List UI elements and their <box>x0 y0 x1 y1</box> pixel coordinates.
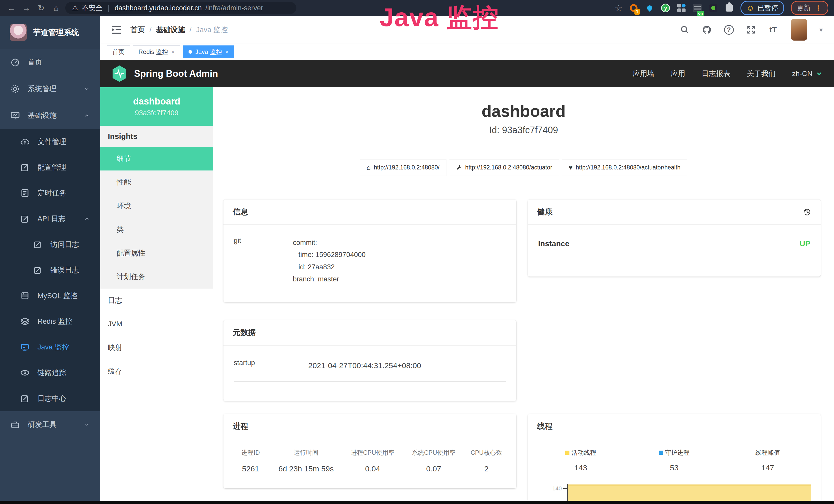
sba-menu-logs[interactable]: 日志 <box>100 289 213 312</box>
extension-icon-orange[interactable]: 1 <box>629 3 638 13</box>
sba-menu-jvm[interactable]: JVM <box>100 312 213 336</box>
sidebar-item-label: 文件管理 <box>38 137 90 146</box>
tab-label: Redis 监控 <box>138 48 168 56</box>
chevron-down-icon <box>84 86 90 92</box>
extension-icon-pin[interactable] <box>645 3 654 13</box>
system-cpu: 0.07 <box>403 464 464 473</box>
process-card: 进程 进程ID 运行时间 进程CPU使用率 系统CPU使用率 <box>223 414 516 488</box>
sidebar-item-dev-tools[interactable]: 研发工具 <box>0 411 100 438</box>
sba-menu-config-props[interactable]: 配置属性 <box>100 241 213 265</box>
tab-redis-monitor[interactable]: Redis 监控 × <box>133 45 180 58</box>
puzzle-icon <box>726 4 733 12</box>
user-caret-icon[interactable]: ▾ <box>819 26 823 34</box>
sidebar-item-api-logs[interactable]: API 日志 <box>0 206 100 232</box>
sidebar-logo-row[interactable]: 芋道管理系统 <box>0 16 100 49</box>
health-instance-row: Instance UP <box>538 239 810 257</box>
threads-card-header: 线程 <box>528 414 821 439</box>
sidebar-item-java-monitor[interactable]: Java 监控 <box>0 334 100 360</box>
metadata-value: 2021-04-27T00:44:31.254+08:00 <box>308 359 421 372</box>
history-icon[interactable] <box>803 208 811 216</box>
browser-home-button[interactable]: ⌂ <box>50 2 62 14</box>
metadata-card: 元数据 startup 2021-04-27T00:44:31.254+08:0… <box>223 320 516 401</box>
extension-icon-y[interactable]: y <box>661 3 670 13</box>
sba-nav-journal[interactable]: 日志报表 <box>702 69 730 78</box>
sidebar-item-redis-monitor[interactable]: Redis 监控 <box>0 308 100 334</box>
browser-update-button[interactable]: 更新 ⋮ <box>791 1 828 15</box>
gauge-icon <box>10 57 20 67</box>
security-label[interactable]: 不安全 <box>82 3 103 13</box>
browser-forward-button[interactable]: → <box>21 2 32 14</box>
github-button[interactable] <box>700 23 714 37</box>
url-path: /infra/admin-server <box>205 4 263 12</box>
question-icon: ? <box>724 25 734 35</box>
sba-menu-mappings[interactable]: 映射 <box>100 336 213 360</box>
grid-icon <box>677 4 685 12</box>
extensions-puzzle-button[interactable] <box>725 3 734 13</box>
sidebar-item-error-logs[interactable]: 错误日志 <box>0 257 100 283</box>
sidebar-item-scheduled-tasks[interactable]: 定时任务 <box>0 180 100 206</box>
window-bottom-edge <box>0 501 834 504</box>
sba-nav-about[interactable]: 关于我们 <box>747 69 776 78</box>
sidebar-item-label: 首页 <box>28 57 90 67</box>
health-card-body: Instance UP <box>528 225 821 271</box>
sidebar-item-infrastructure[interactable]: 基础设施 <box>0 102 100 129</box>
wrench-icon <box>456 165 462 171</box>
endpoint-actuator-url[interactable]: http://192.168.0.2:48080/actuator <box>449 159 559 176</box>
task-list-icon <box>20 188 30 198</box>
sidebar-collapse-button[interactable] <box>111 25 122 34</box>
sba-menu-metrics[interactable]: 性能 <box>100 170 213 194</box>
sidebar-item-file-management[interactable]: 文件管理 <box>0 129 100 155</box>
close-icon[interactable]: × <box>225 48 228 55</box>
info-value: commit: time: 1596289704000 id: 27aa832 … <box>293 237 366 285</box>
breadcrumb-home[interactable]: 首页 <box>130 25 145 35</box>
breadcrumb: 首页 / 基础设施 / Java 监控 <box>130 25 228 35</box>
chevron-up-icon <box>84 216 90 222</box>
sidebar-item-label: 基础设施 <box>28 111 76 120</box>
sba-menu-classes[interactable]: 类 <box>100 218 213 241</box>
sba-brand-title[interactable]: Spring Boot Admin <box>134 68 218 79</box>
briefcase-icon <box>10 420 20 430</box>
sidebar-item-access-logs[interactable]: 访问日志 <box>0 232 100 257</box>
sba-menu-scheduled-tasks[interactable]: 计划任务 <box>100 265 213 289</box>
sba-menu-details[interactable]: 细节 <box>100 147 213 170</box>
app-frame: 芋道管理系统 首页 系统管理 <box>0 16 834 504</box>
endpoint-health-url[interactable]: ♥ http://192.168.0.2:48080/actuator/heal… <box>562 159 687 176</box>
close-icon[interactable]: × <box>171 48 175 55</box>
bookmark-star-icon[interactable]: ☆ <box>615 3 622 13</box>
tab-java-monitor[interactable]: Java 监控 × <box>183 45 234 58</box>
breadcrumb-section[interactable]: 基础设施 <box>156 25 185 35</box>
threads-card-body: 活动线程 143 守护进程 53 线程峰值 <box>528 439 821 504</box>
browser-reload-button[interactable]: ↻ <box>36 2 47 14</box>
extension-icon-grid[interactable] <box>677 3 686 13</box>
sba-locale-select[interactable]: zh-CN <box>792 70 823 78</box>
sidebar-item-mysql-monitor[interactable]: MySQL 监控 <box>0 283 100 308</box>
fullscreen-button[interactable] <box>744 23 758 37</box>
sidebar-item-system[interactable]: 系统管理 <box>0 75 100 102</box>
user-avatar[interactable] <box>791 19 807 41</box>
gap <box>223 401 516 414</box>
sidebar-item-log-center[interactable]: 日志中心 <box>0 386 100 411</box>
insights-group: Insights 细节 性能 环境 类 配置属性 计划任务 <box>100 126 213 289</box>
sba-menu-caches[interactable]: 缓存 <box>100 360 213 383</box>
profile-paused-chip[interactable]: ☺ 已暂停 <box>741 1 784 15</box>
endpoint-service-url[interactable]: ⌂ http://192.168.0.2:48080/ <box>360 159 447 176</box>
app-title: 芋道管理系统 <box>33 27 79 38</box>
search-button[interactable] <box>678 23 692 37</box>
extension-icon-leaf[interactable] <box>709 3 718 13</box>
sidebar-item-home[interactable]: 首页 <box>0 49 100 75</box>
help-button[interactable]: ? <box>722 23 736 37</box>
legend-daemon-threads: 守护进程 53 <box>628 449 721 472</box>
forward-icon: → <box>22 3 30 13</box>
browser-back-button[interactable]: ← <box>6 2 17 14</box>
sba-nav-wall[interactable]: 应用墙 <box>633 69 655 78</box>
sidebar-item-tracing[interactable]: 链路追踪 <box>0 360 100 386</box>
extension-icon-list[interactable]: on <box>693 3 702 13</box>
sidebar-item-config-management[interactable]: 配置管理 <box>0 155 100 180</box>
tab-home[interactable]: 首页 <box>107 45 130 58</box>
sba-menu-environment[interactable]: 环境 <box>100 194 213 218</box>
instance-header[interactable]: dashboard 93a3fc7f7409 <box>100 87 213 126</box>
blue-pin-icon <box>646 4 653 12</box>
font-size-button[interactable]: tT <box>766 23 780 37</box>
sba-nav-applications[interactable]: 应用 <box>671 69 685 78</box>
address-bar[interactable]: ⚠ 不安全 | dashboard.yudao.iocoder.cn/infra… <box>65 2 297 14</box>
